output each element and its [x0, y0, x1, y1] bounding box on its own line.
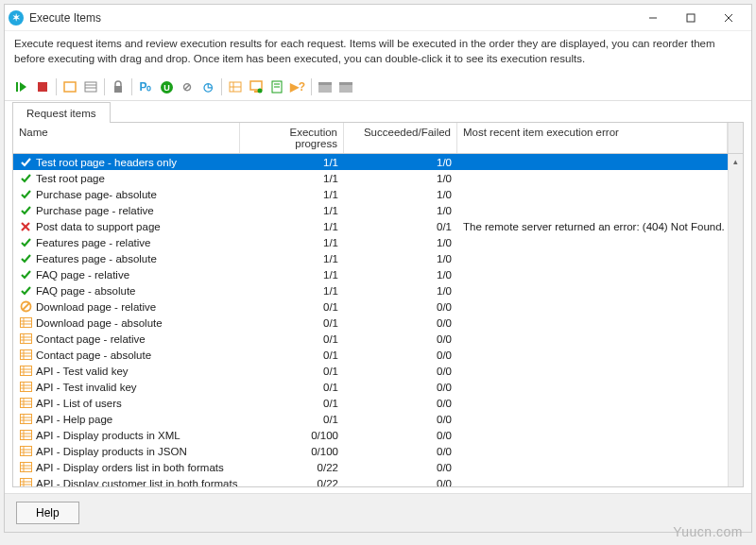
- help-button[interactable]: Help: [16, 502, 79, 524]
- box-icon[interactable]: [60, 77, 79, 96]
- column-error[interactable]: Most recent item execution error: [457, 123, 728, 153]
- column-succeeded-failed[interactable]: Succeeded/Failed: [344, 123, 457, 153]
- row-name: API - Display products in JSON: [36, 446, 187, 457]
- row-name: Purchase page - relative: [36, 205, 154, 216]
- vertical-scrollbar[interactable]: ▴: [728, 154, 743, 486]
- scroll-up-icon[interactable]: ▴: [729, 154, 743, 169]
- table-row[interactable]: Purchase page- absolute1/11/0: [13, 186, 743, 202]
- table-row[interactable]: API - Display products in XML0/1000/0: [13, 427, 743, 443]
- status-ok-icon: [19, 204, 32, 217]
- row-progress: 0/1: [240, 382, 344, 393]
- table-row[interactable]: API - Display products in JSON0/1000/0: [13, 443, 743, 459]
- table-row[interactable]: Purchase page - relative1/11/0: [13, 202, 743, 218]
- table-row[interactable]: Download page - absolute0/10/0: [13, 315, 743, 331]
- cancel-icon[interactable]: ⊘: [178, 77, 197, 96]
- toolbar-separator: [131, 78, 132, 95]
- status-no-icon: [19, 300, 32, 314]
- table-row[interactable]: API - Test valid key0/10/0: [13, 363, 743, 379]
- row-succeeded-failed: 1/0: [344, 157, 457, 168]
- row-name: Test root page - headers only: [36, 157, 177, 168]
- status-pending-icon: [19, 365, 32, 378]
- toolbar: P₀U⊘◷▶?: [5, 74, 751, 101]
- doc-icon[interactable]: [267, 77, 286, 96]
- svg-line-30: [23, 303, 29, 310]
- table-row[interactable]: Features page - absolute1/11/0: [13, 250, 743, 266]
- toolbar-separator: [104, 78, 105, 95]
- row-name: Test root page: [36, 173, 105, 184]
- table-row[interactable]: FAQ page - relative1/11/0: [13, 266, 743, 282]
- status-ok-icon: [19, 284, 32, 298]
- minimize-button[interactable]: [634, 6, 672, 30]
- status-pending-icon: [19, 461, 32, 474]
- table-row[interactable]: Post data to support page1/10/1The remot…: [13, 218, 743, 234]
- table-row[interactable]: API - Display customer list in both form…: [13, 475, 743, 486]
- toolbar-separator: [56, 78, 57, 95]
- play-icon[interactable]: [12, 77, 31, 96]
- row-name: Features page - relative: [36, 237, 150, 248]
- row-succeeded-failed: 0/0: [344, 398, 457, 409]
- table-row[interactable]: Test root page1/11/0: [13, 170, 743, 186]
- list-icon[interactable]: [81, 77, 100, 96]
- table-row[interactable]: API - List of users0/10/0: [13, 395, 743, 411]
- row-name: Download page - absolute: [36, 317, 163, 329]
- row-progress: 1/1: [240, 253, 344, 264]
- status-pending-icon: [19, 316, 32, 330]
- row-succeeded-failed: 0/0: [344, 333, 457, 345]
- stop-icon[interactable]: [33, 77, 52, 96]
- toolbar-separator: [311, 78, 312, 95]
- lock-icon[interactable]: [109, 77, 128, 96]
- row-progress: 1/1: [240, 237, 344, 248]
- table-row[interactable]: API - Test invalid key0/10/0: [13, 379, 743, 395]
- play2-icon[interactable]: ▶?: [288, 77, 307, 96]
- svg-rect-7: [64, 82, 76, 92]
- column-progress[interactable]: Execution progress: [240, 123, 344, 153]
- row-succeeded-failed: 1/0: [344, 285, 457, 297]
- row-succeeded-failed: 0/1: [344, 221, 457, 232]
- maximize-button[interactable]: [672, 6, 710, 30]
- rows-icon[interactable]: [226, 77, 245, 96]
- svg-rect-59: [20, 431, 31, 440]
- table-row[interactable]: Download page - relative0/10/0: [13, 298, 743, 315]
- row-name: API - List of users: [36, 398, 122, 409]
- close-button[interactable]: [710, 6, 747, 30]
- svg-text:U: U: [163, 83, 170, 93]
- table-row[interactable]: FAQ page - absolute1/11/0: [13, 282, 743, 298]
- svg-rect-39: [20, 350, 31, 360]
- table-row[interactable]: Test root page - headers only1/11/0: [13, 154, 743, 170]
- svg-rect-26: [339, 82, 352, 85]
- status-ok-icon: [19, 172, 32, 185]
- svg-rect-6: [38, 82, 47, 92]
- svg-rect-4: [16, 82, 18, 92]
- dialog-window: ✶ Execute Items Execute request items an…: [4, 4, 752, 533]
- table-row[interactable]: API - Display orders list in both format…: [13, 459, 743, 475]
- circle-u-icon[interactable]: U: [157, 77, 176, 96]
- table-row[interactable]: API - Help page0/10/0: [13, 411, 743, 427]
- monitor-icon[interactable]: [247, 77, 266, 96]
- toolbar-separator: [221, 78, 222, 95]
- tabs: Request items: [5, 101, 751, 122]
- row-succeeded-failed: 1/0: [344, 269, 457, 281]
- status-ok-icon: [19, 252, 32, 265]
- svg-rect-51: [20, 399, 31, 408]
- row-name: API - Test valid key: [36, 366, 129, 377]
- row-progress: 0/22: [240, 462, 344, 473]
- row-progress: 0/100: [240, 446, 344, 457]
- row-succeeded-failed: 0/0: [344, 478, 457, 486]
- table-row[interactable]: Features page - relative1/11/0: [13, 234, 743, 250]
- panel2-icon[interactable]: [336, 77, 355, 96]
- table-row[interactable]: Contact page - absolute0/10/0: [13, 347, 743, 363]
- row-name: API - Display products in XML: [36, 430, 180, 441]
- row-succeeded-failed: 1/0: [344, 253, 457, 264]
- table-row[interactable]: Contact page - relative0/10/0: [13, 331, 743, 347]
- svg-rect-35: [20, 334, 31, 344]
- column-name[interactable]: Name: [13, 123, 240, 153]
- row-progress: 1/1: [240, 269, 344, 281]
- row-name: API - Display customer list in both form…: [36, 478, 237, 486]
- clock-icon[interactable]: ◷: [198, 77, 217, 96]
- grid-body[interactable]: Test root page - headers only1/11/0Test …: [13, 154, 743, 486]
- panel1-icon[interactable]: [316, 77, 335, 96]
- row-name: Post data to support page: [36, 221, 161, 232]
- row-succeeded-failed: 1/0: [344, 237, 457, 248]
- tab-request-items[interactable]: Request items: [12, 102, 111, 123]
- po-icon[interactable]: P₀: [136, 77, 155, 96]
